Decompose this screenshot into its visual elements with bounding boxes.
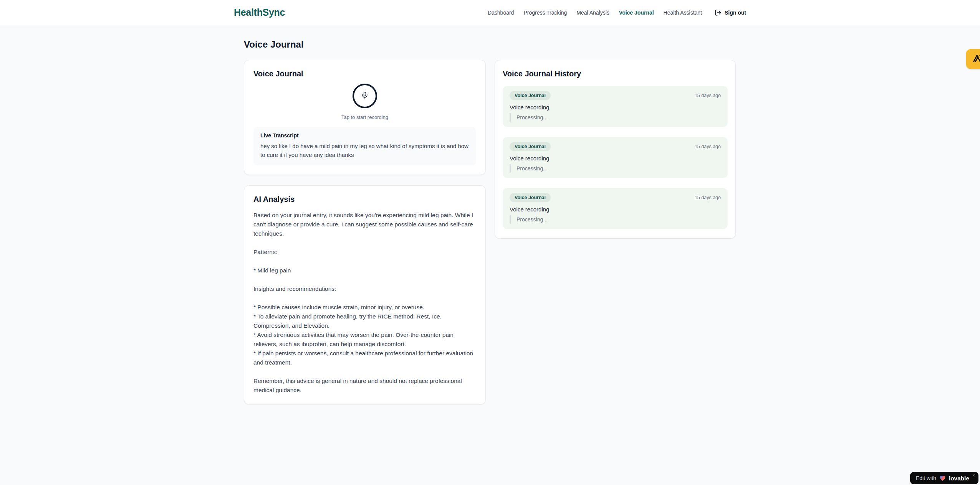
left-column: Voice Journal Tap to start rec [244,60,486,404]
nav-item-dashboard[interactable]: Dashboard [488,10,514,16]
live-transcript-box: Live Transcript hey so like I do have a … [253,127,476,165]
sign-out-label: Sign out [725,10,746,16]
history-entry[interactable]: Voice Journal 15 days ago Voice recordin… [503,137,728,178]
main-nav: Dashboard Progress Tracking Meal Analysi… [488,9,746,16]
history-list: Voice Journal 15 days ago Voice recordin… [503,86,728,229]
nav-item-health-assistant[interactable]: Health Assistant [664,10,702,16]
navbar-inner: HealthSync Dashboard Progress Tracking M… [234,0,746,25]
entry-title: Voice recording [510,155,721,162]
entry-title: Voice recording [510,104,721,111]
log-out-icon [715,9,722,16]
right-column: Voice Journal History Voice Journal 15 d… [495,60,736,239]
mic-icon [361,91,369,101]
tap-to-record-hint: Tap to start recording [341,114,388,120]
sign-out-button[interactable]: Sign out [715,9,746,16]
entry-processing-status: Processing... [510,164,721,173]
main-content: Voice Journal Voice Journal [244,0,736,404]
voice-journal-history-card: Voice Journal History Voice Journal 15 d… [495,60,736,239]
ai-analysis-body: Based on your journal entry, it sounds l… [253,211,476,395]
peak-mark-icon [972,53,980,65]
entry-type-badge: Voice Journal [510,142,551,151]
top-navbar: HealthSync Dashboard Progress Tracking M… [0,0,980,25]
nav-item-voice-journal[interactable]: Voice Journal [619,10,654,16]
live-transcript-label: Live Transcript [260,132,469,139]
heart-icon [939,475,946,482]
voice-journal-page: HealthSync Dashboard Progress Tracking M… [0,0,980,485]
lovable-prefix-label: Edit with [916,475,936,481]
entry-timestamp: 15 days ago [695,93,721,98]
entry-type-badge: Voice Journal [510,193,551,202]
ai-analysis-card: AI Analysis Based on your journal entry,… [244,185,486,404]
recorder-area: Tap to start recording [253,84,476,120]
lovable-brand-label: lovable [949,475,969,482]
live-transcript-text: hey so like I do have a mild pain in my … [260,142,469,159]
entry-type-badge: Voice Journal [510,91,551,100]
nav-item-progress-tracking[interactable]: Progress Tracking [523,10,567,16]
record-button[interactable] [353,84,377,108]
edit-with-lovable-badge[interactable]: Edit with lovable × [910,472,978,484]
history-entry[interactable]: Voice Journal 15 days ago Voice recordin… [503,86,728,127]
voice-recorder-card: Voice Journal Tap to start rec [244,60,486,175]
app-logo: HealthSync [234,7,285,18]
page-title: Voice Journal [244,39,736,50]
entry-processing-status: Processing... [510,215,721,224]
entry-title: Voice recording [510,206,721,213]
entry-timestamp: 15 days ago [695,144,721,149]
history-entry[interactable]: Voice Journal 15 days ago Voice recordin… [503,188,728,229]
ai-analysis-title: AI Analysis [253,195,476,204]
entry-processing-status: Processing... [510,113,721,122]
history-card-title: Voice Journal History [503,69,728,78]
edge-widget-button[interactable] [966,49,980,69]
nav-item-meal-analysis[interactable]: Meal Analysis [576,10,609,16]
recorder-card-title: Voice Journal [253,69,476,78]
close-icon[interactable]: × [972,473,975,478]
entry-timestamp: 15 days ago [695,195,721,200]
